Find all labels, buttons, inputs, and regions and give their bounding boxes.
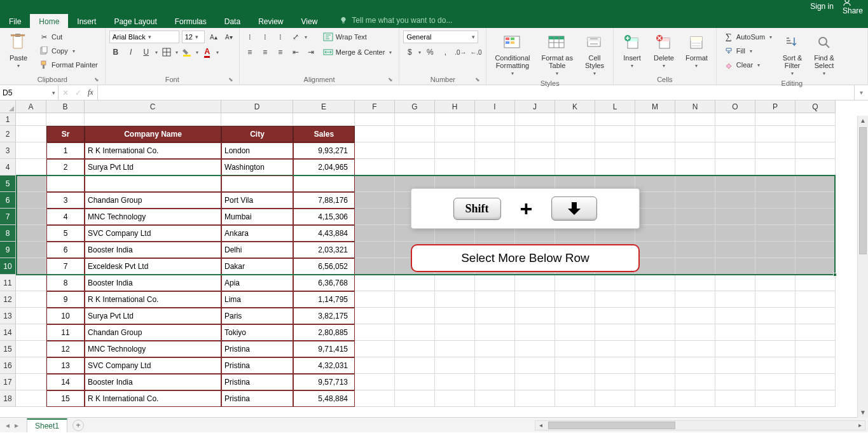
header-city[interactable]: City: [221, 126, 293, 142]
cell[interactable]: [16, 357, 46, 374]
table-row[interactable]: Surya Pvt Ltd: [85, 308, 221, 324]
cell[interactable]: [395, 275, 435, 291]
cell[interactable]: [475, 126, 515, 142]
table-row[interactable]: SVC Company Ltd: [85, 357, 221, 374]
table-row[interactable]: R K International Co.: [85, 291, 221, 308]
cell[interactable]: [675, 159, 715, 175]
cell[interactable]: [395, 357, 435, 374]
align-middle-icon[interactable]: ⫶: [259, 31, 272, 43]
table-row[interactable]: MNC Technology: [85, 209, 221, 225]
format-cells-button[interactable]: Format▾: [681, 31, 712, 71]
row-header-1[interactable]: 1: [0, 113, 16, 126]
cell[interactable]: [796, 341, 836, 357]
cell[interactable]: [475, 324, 515, 341]
cell[interactable]: [555, 357, 595, 374]
col-header-L[interactable]: L: [595, 100, 635, 113]
cell[interactable]: [16, 324, 46, 341]
font-launcher[interactable]: ⬊: [226, 76, 235, 83]
cell[interactable]: [715, 225, 755, 242]
font-name-combo[interactable]: Arial Black▾: [109, 31, 179, 43]
horizontal-scrollbar[interactable]: ◂ ▸: [535, 420, 865, 430]
align-bottom-icon[interactable]: ⫶: [274, 31, 287, 43]
cell[interactable]: [515, 159, 555, 175]
cell[interactable]: [675, 175, 715, 192]
cell[interactable]: [595, 324, 635, 341]
cell[interactable]: [715, 175, 755, 192]
col-header-N[interactable]: N: [675, 100, 715, 113]
cell[interactable]: [355, 192, 395, 209]
spreadsheet-grid[interactable]: SrCompany NameCitySales1R K Internationa…: [16, 113, 868, 417]
table-row[interactable]: Pristina: [221, 357, 293, 374]
cell[interactable]: [675, 192, 715, 209]
cell[interactable]: [715, 142, 755, 159]
cell[interactable]: [515, 113, 555, 126]
cell[interactable]: [635, 258, 675, 275]
cell[interactable]: [796, 242, 836, 258]
cell[interactable]: [293, 113, 355, 126]
table-row[interactable]: Paris: [221, 308, 293, 324]
cell[interactable]: [635, 209, 675, 225]
col-header-G[interactable]: G: [395, 100, 435, 113]
conditional-formatting-button[interactable]: Conditional Formatting▾: [490, 31, 534, 78]
col-header-O[interactable]: O: [715, 100, 755, 113]
cell[interactable]: [796, 291, 836, 308]
col-header-F[interactable]: F: [355, 100, 395, 113]
table-row[interactable]: 5: [46, 225, 85, 242]
col-header-D[interactable]: D: [221, 100, 293, 113]
cell[interactable]: [555, 324, 595, 341]
table-row[interactable]: SVC Company Ltd: [85, 225, 221, 242]
cell[interactable]: [755, 209, 796, 225]
table-row[interactable]: 1,14,795: [293, 291, 355, 308]
cell[interactable]: [675, 357, 715, 374]
cell[interactable]: [755, 374, 796, 390]
cell[interactable]: [16, 142, 46, 159]
row-header-17[interactable]: 17: [0, 374, 16, 390]
table-row[interactable]: 3,82,175: [293, 308, 355, 324]
scroll-thumb-h[interactable]: [548, 422, 675, 429]
cell[interactable]: [635, 357, 675, 374]
bold-button[interactable]: B: [109, 46, 122, 58]
table-row[interactable]: 14: [46, 374, 85, 390]
scroll-down-icon[interactable]: ▼: [858, 408, 868, 418]
cell[interactable]: [435, 113, 475, 126]
cell[interactable]: [595, 159, 635, 175]
decrease-indent-icon[interactable]: ⇤: [289, 46, 302, 58]
cell[interactable]: [796, 175, 836, 192]
cell[interactable]: [715, 209, 755, 225]
table-row[interactable]: Surya Pvt Ltd: [85, 159, 221, 175]
cell[interactable]: [16, 258, 46, 275]
table-row[interactable]: 6: [46, 242, 85, 258]
cell-styles-button[interactable]: Cell Styles▾: [580, 31, 609, 78]
align-left-icon[interactable]: ≡: [244, 46, 256, 58]
cell[interactable]: [16, 308, 46, 324]
table-row[interactable]: 11: [46, 324, 85, 341]
cell[interactable]: [715, 258, 755, 275]
table-row[interactable]: 7,88,176: [293, 192, 355, 209]
cell[interactable]: [796, 225, 836, 242]
cell[interactable]: [675, 113, 715, 126]
add-sheet-button[interactable]: +: [72, 420, 84, 431]
cell[interactable]: [755, 225, 796, 242]
cell[interactable]: [435, 374, 475, 390]
col-header-Q[interactable]: Q: [796, 100, 836, 113]
cell[interactable]: [435, 357, 475, 374]
number-format-combo[interactable]: General▾: [403, 31, 478, 43]
vertical-scrollbar[interactable]: ▲ ▼: [857, 116, 868, 418]
cell[interactable]: [555, 390, 595, 407]
cell[interactable]: [675, 341, 715, 357]
cell[interactable]: [355, 390, 395, 407]
cell[interactable]: [515, 142, 555, 159]
cell[interactable]: [635, 192, 675, 209]
cell[interactable]: [355, 142, 395, 159]
cell[interactable]: [555, 142, 595, 159]
table-row[interactable]: Exceldesk Pvt Ltd: [85, 258, 221, 275]
orientation-icon[interactable]: ⤢: [289, 31, 302, 43]
cell[interactable]: [675, 324, 715, 341]
cell[interactable]: [515, 374, 555, 390]
sheet-nav-first-icon[interactable]: ◂: [4, 421, 11, 430]
cell[interactable]: [595, 113, 635, 126]
cell[interactable]: [555, 159, 595, 175]
cell[interactable]: [635, 142, 675, 159]
row-header-15[interactable]: 15: [0, 341, 16, 357]
cell[interactable]: [715, 159, 755, 175]
